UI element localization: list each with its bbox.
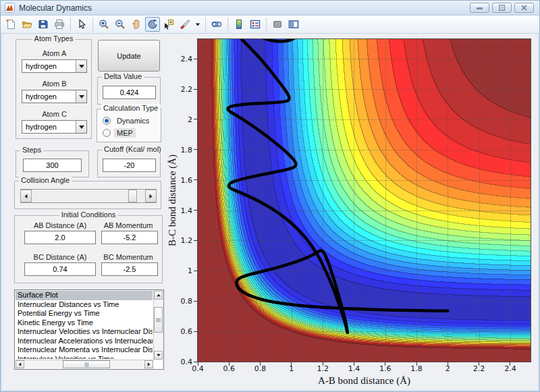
y-tick-label: 2.4 xyxy=(181,55,193,63)
plot-type-listbox[interactable]: Surface PlotInternuclear Distances vs Ti… xyxy=(14,289,164,370)
data-cursor-button[interactable] xyxy=(161,17,176,32)
save-figure-button[interactable] xyxy=(36,17,51,32)
list-item[interactable]: Internuclear Accelerations vs Internucle… xyxy=(16,337,153,346)
list-items: Surface PlotInternuclear Distances vs Ti… xyxy=(16,291,153,359)
contour-canvas[interactable] xyxy=(198,39,531,362)
scroll-down-button[interactable] xyxy=(154,351,163,360)
window-title: Molecular Dynamics xyxy=(19,3,92,13)
steps-panel: Steps 300 xyxy=(16,150,89,177)
cutoff-panel: Cutoff (Kcal/ mol) -20 xyxy=(97,150,161,177)
delta-value-field[interactable]: 0.424 xyxy=(103,86,156,99)
figure-toolbar xyxy=(1,16,539,34)
link-plot-button[interactable] xyxy=(209,17,224,32)
x-tick-label: 0.6 xyxy=(223,364,236,373)
toolbar-separator xyxy=(205,18,206,31)
toolbar-separator xyxy=(92,18,93,31)
print-figure-button[interactable] xyxy=(52,17,67,32)
x-tick-label: 2 xyxy=(446,364,450,373)
radio-label: MEP xyxy=(114,128,136,138)
new-figure-button[interactable] xyxy=(3,17,18,32)
scroll-right-button[interactable] xyxy=(144,360,153,368)
list-item[interactable]: Internuclear Momenta vs Internuclear Dis… xyxy=(16,345,153,355)
ic-field-bc-momentum[interactable]: -2.5 xyxy=(101,262,158,276)
title-bar[interactable]: Molecular Dynamics xyxy=(1,1,539,16)
combo-arrow-button[interactable] xyxy=(76,90,86,103)
ic-field-ab-distance-a-[interactable]: 2.0 xyxy=(24,231,96,244)
y-tick-label: 0.8 xyxy=(181,297,193,306)
x-tick-label: 1.4 xyxy=(348,364,360,373)
zoom-in-button[interactable] xyxy=(97,17,111,32)
x-tick-label: 2.4 xyxy=(504,364,516,373)
open-file-button[interactable] xyxy=(20,17,34,32)
horizontal-scroll-thumb[interactable] xyxy=(63,360,110,368)
delta-value-panel: Delta Value 0.424 xyxy=(97,77,161,105)
legend-icon xyxy=(250,19,261,30)
dropdown-caret-icon xyxy=(196,23,200,26)
vertical-scroll-thumb[interactable] xyxy=(154,307,163,333)
brush-icon xyxy=(180,19,190,30)
atom-combo-atom-b[interactable]: hydrogen xyxy=(22,90,87,103)
brush-dropdown-button[interactable] xyxy=(194,17,202,32)
combo-arrow-button[interactable] xyxy=(76,60,86,72)
printer-icon xyxy=(54,19,65,30)
ic-field-bc-distance-a-[interactable]: 0.74 xyxy=(24,262,96,276)
update-button[interactable]: Update xyxy=(98,40,160,72)
rotate-3d-icon xyxy=(147,19,158,30)
y-tick-label: 0.6 xyxy=(181,327,193,336)
show-plot-tools-dock-button[interactable] xyxy=(286,17,301,32)
list-item[interactable]: Surface Plot xyxy=(16,291,153,300)
cutoff-field[interactable]: -20 xyxy=(103,159,156,172)
combo-value: hydrogen xyxy=(26,92,57,101)
slider-left-arrow[interactable] xyxy=(20,190,32,202)
list-item[interactable]: Internuclear Distances vs Time xyxy=(16,300,153,310)
combo-value: hydrogen xyxy=(26,123,57,131)
atom-types-panel: Atom Types Atom AhydrogenAtom BhydrogenA… xyxy=(16,39,92,139)
insert-legend-button[interactable] xyxy=(248,17,263,32)
minimize-button[interactable] xyxy=(470,3,489,13)
y-tick-mark xyxy=(194,271,197,271)
zoom-out-button[interactable] xyxy=(113,17,128,32)
horizontal-scrollbar[interactable] xyxy=(16,360,153,368)
atom-combo-atom-c[interactable]: hydrogen xyxy=(22,120,87,134)
radio-dynamics[interactable]: Dynamics xyxy=(103,116,152,125)
x-tick-label: 0.4 xyxy=(192,364,204,373)
maximize-button[interactable] xyxy=(492,3,512,13)
y-tick-mark xyxy=(194,89,197,90)
y-tick-label: 1.6 xyxy=(181,175,193,184)
y-tick-label: 2.2 xyxy=(181,85,193,94)
chevron-down-icon xyxy=(79,125,84,129)
atom-label: Atom C xyxy=(16,110,92,118)
list-item[interactable]: Internuclear Velocities vs Internuclear … xyxy=(16,327,153,337)
rotate-3d-button[interactable] xyxy=(145,17,160,32)
ic-field-ab-momentum[interactable]: -5.2 xyxy=(101,231,158,244)
slider-right-arrow[interactable] xyxy=(145,190,157,202)
pan-button[interactable] xyxy=(129,17,144,32)
atom-combo-atom-a[interactable]: hydrogen xyxy=(22,59,87,73)
brush-button[interactable] xyxy=(178,17,192,32)
close-button[interactable] xyxy=(514,3,534,13)
x-tick-label: 2.2 xyxy=(473,364,485,373)
steps-field[interactable]: 300 xyxy=(23,159,82,172)
radio-mep[interactable]: MEP xyxy=(103,128,136,138)
list-item[interactable]: Internulear Velocities vs Time xyxy=(16,355,153,360)
ic-label: AB Momentum xyxy=(97,221,159,229)
chevron-down-icon xyxy=(79,65,84,68)
insert-colorbar-button[interactable] xyxy=(232,17,246,32)
chevron-down-icon xyxy=(79,95,84,99)
collision-angle-slider[interactable] xyxy=(20,189,157,203)
combo-arrow-button[interactable] xyxy=(76,121,86,133)
scroll-up-button[interactable] xyxy=(154,291,163,300)
app-window: Molecular Dynamics xyxy=(0,0,540,392)
toolbar-separator xyxy=(70,18,71,31)
slider-thumb[interactable] xyxy=(128,190,137,202)
zoom-out-icon xyxy=(115,19,126,30)
data-cursor-icon xyxy=(163,19,174,30)
edit-plot-button[interactable] xyxy=(74,17,89,32)
list-item[interactable]: Potential Energy vs Time xyxy=(16,309,153,318)
open-folder-icon xyxy=(22,19,32,30)
scroll-left-button[interactable] xyxy=(16,360,24,368)
vertical-scrollbar[interactable] xyxy=(153,291,163,360)
hide-plot-tools-button[interactable] xyxy=(270,17,285,32)
y-tick-mark xyxy=(194,331,197,332)
list-item[interactable]: Kinetic Energy vs Time xyxy=(16,318,153,328)
